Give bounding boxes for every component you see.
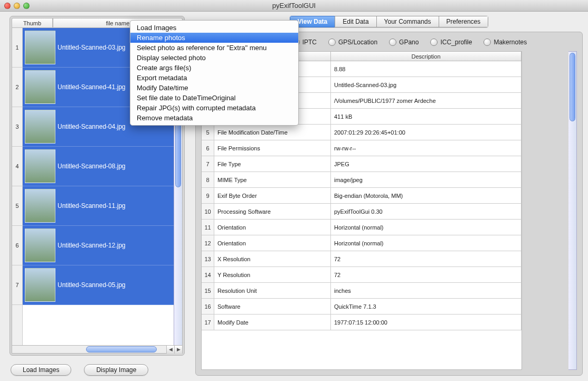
window-title: pyExifToolGUI	[0, 2, 588, 9]
param-cell: Orientation	[214, 235, 331, 251]
context-menu-item[interactable]: Create args file(s)	[130, 63, 298, 73]
table-row[interactable]: Untitled-Scanned-08.jpg	[23, 147, 174, 186]
table-row[interactable]: 16SoftwareQuickTime 7.1.3	[202, 299, 521, 315]
radio-icon	[483, 39, 491, 46]
display-image-button[interactable]: Display Image	[84, 364, 148, 376]
col-header-description[interactable]: Description	[331, 52, 521, 61]
param-cell: Orientation	[214, 220, 331, 235]
scroll-right-icon[interactable]: ▶	[174, 346, 182, 354]
row-index: 17	[202, 315, 214, 330]
value-cell: pyExifToolGui 0.30	[331, 204, 521, 219]
metadata-vertical-scrollbar[interactable]	[568, 51, 577, 370]
value-cell: /Volumes/PUBLIC/1977 zomer Ardeche	[331, 93, 521, 108]
value-cell: JPEG	[331, 156, 521, 172]
tab-edit-data[interactable]: Edit Data	[335, 16, 376, 27]
table-row[interactable]: 12OrientationHorizontal (normal)	[202, 235, 521, 251]
table-row[interactable]: 5File Modification Date/Time2007:01:29 2…	[202, 125, 521, 140]
thumbnail-image	[25, 31, 55, 64]
tab-preferences[interactable]: Preferences	[439, 16, 489, 27]
value-cell: QuickTime 7.1.3	[331, 299, 521, 314]
value-cell: Horizontal (normal)	[331, 235, 521, 251]
row-index: 8	[202, 172, 214, 187]
file-name-cell: Untitled-Scanned-08.jpg	[58, 163, 126, 170]
row-index: 5	[202, 125, 214, 140]
thumbnail-image	[25, 110, 55, 144]
context-menu-item[interactable]: Repair JPG(s) with corrupted metadata	[130, 103, 298, 113]
radio-label: GPS/Location	[338, 39, 377, 46]
row-index: 10	[202, 204, 214, 219]
param-cell: File Permissions	[214, 140, 331, 156]
row-number: 2	[12, 68, 22, 107]
table-row[interactable]: 15Resolution Unitinches	[202, 283, 521, 299]
context-menu-item[interactable]: Display selected photo	[130, 53, 298, 63]
row-number: 7	[12, 265, 22, 305]
value-cell: Horizontal (normal)	[331, 220, 521, 235]
table-row[interactable]: 13X Resolution72	[202, 251, 521, 267]
radio-label: GPano	[399, 39, 419, 46]
value-cell: inches	[331, 283, 521, 298]
thumbnail-image	[25, 149, 55, 183]
row-number: 3	[12, 107, 22, 147]
param-cell: File Type	[214, 156, 331, 172]
param-cell: Modify Date	[214, 315, 331, 330]
param-cell: Y Resolution	[214, 267, 331, 282]
radio-gpano[interactable]: GPano	[389, 39, 419, 46]
thumbnail-image	[25, 268, 55, 302]
row-index: 9	[202, 188, 214, 203]
thumbnail-image	[25, 189, 55, 223]
context-menu-item[interactable]: Load Images	[130, 23, 298, 33]
thumbnail-horizontal-scrollbar[interactable]: ◀ ▶	[12, 346, 183, 354]
context-menu-item[interactable]: Select photo as reference for "Extra" me…	[130, 43, 298, 53]
context-menu-item[interactable]: Set file date to DateTimeOriginal	[130, 93, 298, 103]
table-row[interactable]: Untitled-Scanned-05.jpg	[23, 265, 174, 305]
table-row[interactable]: 9Exif Byte OrderBig-endian (Motorola, MM…	[202, 188, 521, 204]
param-cell: Processing Software	[214, 204, 331, 219]
scrollbar-thumb[interactable]	[86, 346, 157, 353]
thumbnail-image	[25, 70, 55, 104]
scroll-left-icon[interactable]: ◀	[166, 346, 174, 354]
table-row[interactable]: 7File TypeJPEG	[202, 156, 521, 172]
radio-icon	[328, 39, 336, 46]
table-row[interactable]: 17Modify Date1977:07:15 12:00:00	[202, 315, 521, 330]
radio-label: Makernotes	[494, 39, 527, 46]
row-index: 7	[202, 156, 214, 172]
radio-makernotes[interactable]: Makernotes	[483, 39, 527, 46]
context-menu-item[interactable]: Rename photos	[130, 33, 298, 43]
table-row[interactable]: Untitled-Scanned-12.jpg	[23, 226, 174, 265]
row-number: 1	[12, 28, 22, 68]
titlebar: pyExifToolGUI	[0, 0, 588, 12]
table-row[interactable]: 8MIME Typeimage/jpeg	[202, 172, 521, 188]
table-row[interactable]: 11OrientationHorizontal (normal)	[202, 220, 521, 235]
table-row[interactable]: 14Y Resolution72	[202, 267, 521, 283]
tab-your-commands[interactable]: Your Commands	[376, 16, 439, 27]
radio-icon	[430, 39, 438, 46]
context-menu-item[interactable]: Remove metadata	[130, 113, 298, 123]
row-number-gutter: 1 2 3 4 5 6 7	[12, 28, 23, 345]
row-index: 12	[202, 235, 214, 251]
param-cell: X Resolution	[214, 251, 331, 266]
radio-gps[interactable]: GPS/Location	[328, 39, 377, 46]
file-name-cell: Untitled-Scanned-12.jpg	[58, 242, 126, 249]
load-images-button[interactable]: Load Images	[11, 364, 71, 376]
scrollbar-thumb[interactable]	[570, 53, 575, 121]
row-number: 4	[12, 147, 22, 186]
table-row[interactable]: 10Processing SoftwarepyExifToolGui 0.30	[202, 204, 521, 220]
row-index: 6	[202, 140, 214, 156]
value-cell: image/jpeg	[331, 172, 521, 187]
value-cell: Untitled-Scanned-03.jpg	[331, 77, 521, 92]
param-cell: File Modification Date/Time	[214, 125, 331, 140]
context-menu-item[interactable]: Modify Date/time	[130, 83, 298, 93]
radio-icc-profile[interactable]: ICC_profile	[430, 39, 472, 46]
col-header-thumb[interactable]: Thumb	[12, 18, 53, 28]
radio-label: IPTC	[302, 39, 317, 46]
row-index: 14	[202, 267, 214, 282]
context-menu-item[interactable]: Export metadata	[130, 73, 298, 83]
table-row[interactable]: Untitled-Scanned-11.jpg	[23, 186, 174, 226]
value-cell: Big-endian (Motorola, MM)	[331, 188, 521, 203]
value-cell: 8.88	[331, 61, 521, 77]
param-cell: Software	[214, 299, 331, 314]
value-cell: 411 kB	[331, 109, 521, 124]
file-name-cell: Untitled-Scanned-03.jpg	[58, 44, 126, 51]
table-row[interactable]: 6File Permissionsrw-rw-r--	[202, 140, 521, 156]
value-cell: 72	[331, 267, 521, 282]
